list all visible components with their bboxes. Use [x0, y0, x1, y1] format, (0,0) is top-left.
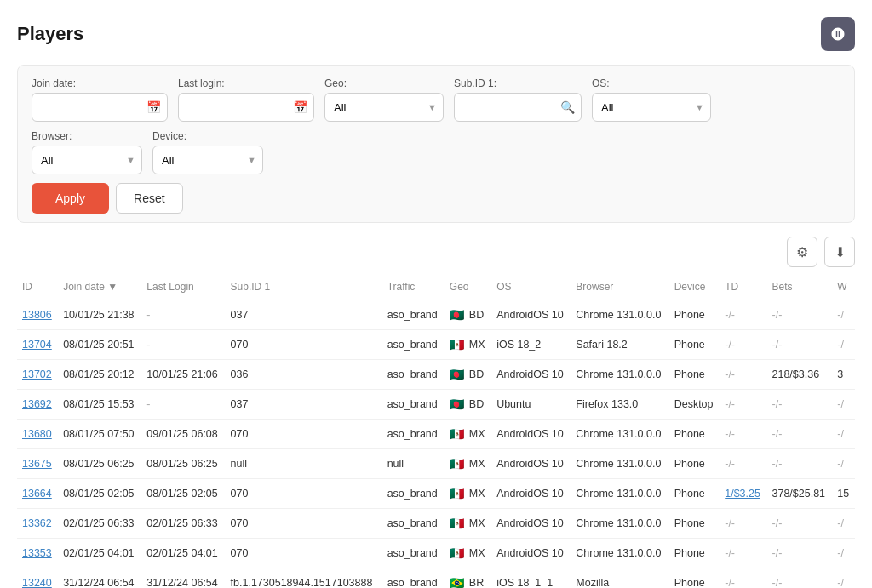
cell-td: -/- — [720, 390, 766, 420]
cell-join-date: 08/01/25 20:51 — [58, 330, 141, 360]
export-button[interactable]: ⬇ — [824, 237, 855, 267]
col-last-login: Last Login — [141, 274, 225, 300]
cell-bets: -/- — [767, 420, 833, 449]
player-id-link[interactable]: 13692 — [22, 398, 52, 410]
cell-join-date: 08/01/25 07:50 — [58, 420, 141, 449]
geo-code: MX — [469, 488, 485, 500]
table-row: 13362 02/01/25 06:33 02/01/25 06:33 070 … — [17, 509, 855, 539]
player-id-link[interactable]: 13353 — [22, 547, 52, 559]
cell-browser: Chrome 131.0.0.0 — [571, 360, 668, 390]
player-id-link[interactable]: 13240 — [22, 577, 52, 588]
col-browser: Browser — [571, 274, 668, 300]
cell-traffic: aso_brand — [382, 390, 445, 420]
flag-icon: 🇲🇽 — [450, 517, 464, 530]
cell-last-login: 31/12/24 06:54 — [141, 568, 225, 589]
col-geo: Geo — [445, 274, 491, 300]
cell-id: 13704 — [17, 330, 58, 360]
player-id-link[interactable]: 13664 — [22, 488, 52, 500]
cell-device: Phone — [669, 420, 720, 449]
cell-subid1: 070 — [226, 420, 382, 449]
cell-bets: -/- — [767, 330, 833, 360]
reset-button[interactable]: Reset — [116, 183, 183, 214]
export-icon: ⬇ — [835, 244, 846, 260]
cell-geo: 🇧🇩BD — [445, 360, 491, 390]
filter-settings-button[interactable]: ⚙ — [787, 237, 818, 267]
cell-device: Phone — [669, 300, 720, 330]
subid1-input-wrap: 🔍 — [454, 93, 582, 122]
player-id-link[interactable]: 13362 — [22, 517, 52, 529]
filter-actions: Apply Reset — [32, 183, 840, 214]
table-row: 13704 08/01/25 20:51 - 070 aso_brand 🇲🇽M… — [17, 330, 855, 360]
last-login-label: Last login: — [178, 77, 314, 89]
cell-td: -/- — [720, 449, 766, 479]
cell-id: 13675 — [17, 449, 58, 479]
cell-traffic: null — [382, 449, 445, 479]
flag-icon: 🇧🇩 — [450, 308, 464, 322]
geo-code: MX — [469, 339, 485, 351]
cell-bets: -/- — [767, 300, 833, 330]
table-row: 13664 08/01/25 02:05 08/01/25 02:05 070 … — [17, 479, 855, 509]
header-action-button[interactable] — [821, 17, 855, 51]
cell-os: AndroidOS 10 — [491, 539, 571, 568]
col-traffic: Traffic — [382, 274, 445, 300]
cell-td: -/- — [720, 360, 766, 390]
cell-device: Phone — [669, 509, 720, 539]
filter-group-os: OS: All ▼ — [592, 77, 711, 122]
os-select[interactable]: All — [592, 93, 711, 122]
cell-browser: Chrome 131.0.0.0 — [571, 479, 668, 509]
cell-traffic: aso_brand — [382, 300, 445, 330]
cell-bets: -/- — [767, 449, 833, 479]
join-date-input[interactable] — [32, 93, 168, 122]
player-id-link[interactable]: 13704 — [22, 339, 52, 351]
cell-bets: 218/$3.36 — [767, 360, 833, 390]
cell-browser: Chrome 131.0.0.0 — [571, 300, 668, 330]
cell-join-date: 08/01/25 15:53 — [58, 390, 141, 420]
player-id-link[interactable]: 13702 — [22, 368, 52, 380]
col-join-date[interactable]: Join date ▼ — [58, 274, 141, 300]
player-id-link[interactable]: 13675 — [22, 458, 52, 470]
table-row: 13675 08/01/25 06:25 08/01/25 06:25 null… — [17, 449, 855, 479]
cell-last-login: 08/01/25 02:05 — [141, 479, 225, 509]
table-row: 13692 08/01/25 15:53 - 037 aso_brand 🇧🇩B… — [17, 390, 855, 420]
last-login-input[interactable] — [178, 93, 314, 122]
cell-device: Phone — [669, 330, 720, 360]
apply-button[interactable]: Apply — [32, 183, 109, 214]
cell-traffic: aso_brand — [382, 509, 445, 539]
cell-subid1: fb.1.1730518944.1517103888 — [226, 568, 382, 589]
table-row: 13240 31/12/24 06:54 31/12/24 06:54 fb.1… — [17, 568, 855, 589]
filter-group-last-login: Last login: 📅 — [178, 77, 314, 122]
table-header-row: ID Join date ▼ Last Login Sub.ID 1 Traff… — [17, 274, 855, 300]
col-w: W — [832, 274, 855, 300]
cell-os: iOS 18_2 — [491, 330, 571, 360]
cell-subid1: 070 — [226, 330, 382, 360]
cell-os: AndroidOS 10 — [491, 360, 571, 390]
cell-subid1: 070 — [226, 479, 382, 509]
subid1-input[interactable] — [454, 93, 582, 122]
filter-group-join-date: Join date: 📅 — [32, 77, 168, 122]
filter-group-subid1: Sub.ID 1: 🔍 — [454, 77, 582, 122]
cell-bets: 378/$25.81 — [767, 479, 833, 509]
cell-device: Phone — [669, 539, 720, 568]
cell-geo: 🇧🇷BR — [445, 568, 491, 589]
filters-panel: Join date: 📅 Last login: 📅 Geo: — [17, 65, 855, 223]
cell-browser: Chrome 131.0.0.0 — [571, 449, 668, 479]
cell-os: AndroidOS 10 — [491, 300, 571, 330]
device-select[interactable]: All — [152, 146, 263, 174]
cell-id: 13680 — [17, 420, 58, 449]
player-id-link[interactable]: 13806 — [22, 309, 52, 321]
flag-icon: 🇲🇽 — [450, 427, 464, 441]
cell-id: 13353 — [17, 539, 58, 568]
geo-code: BR — [469, 577, 484, 588]
col-bets: Bets — [767, 274, 833, 300]
td-link[interactable]: 1/$3.25 — [725, 488, 760, 500]
cell-os: AndroidOS 10 — [491, 479, 571, 509]
geo-select[interactable]: All — [324, 93, 444, 122]
page-header: Players — [17, 17, 855, 51]
cell-last-login: 02/01/25 04:01 — [141, 539, 225, 568]
filter-group-geo: Geo: All ▼ — [324, 77, 444, 122]
player-id-link[interactable]: 13680 — [22, 428, 52, 440]
browser-select[interactable]: All — [32, 146, 142, 174]
geo-select-wrap: All ▼ — [324, 93, 444, 122]
cell-browser: Chrome 131.0.0.0 — [571, 420, 668, 449]
cell-td: -/- — [720, 420, 766, 449]
